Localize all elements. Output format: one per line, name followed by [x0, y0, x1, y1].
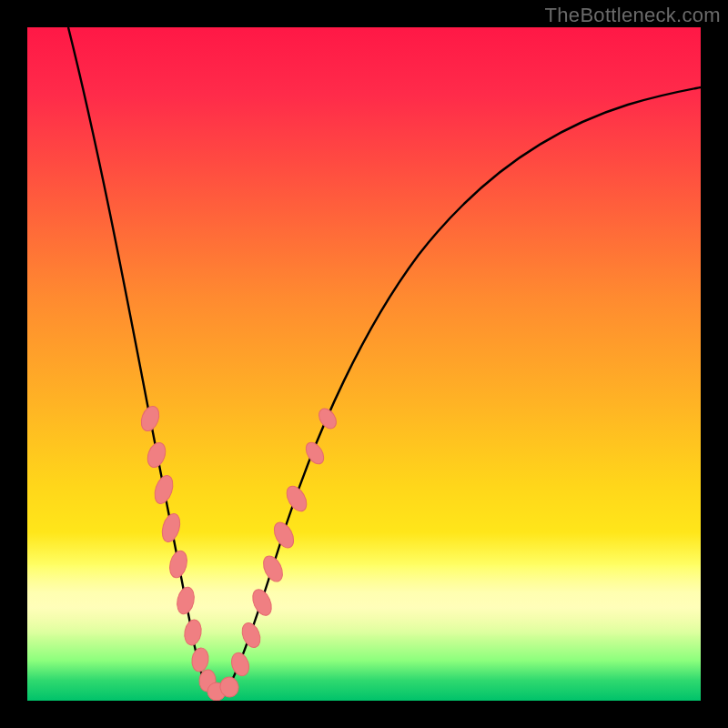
svg-point-16: [283, 483, 311, 515]
svg-point-1: [145, 440, 168, 470]
svg-point-7: [190, 647, 209, 672]
svg-point-0: [138, 404, 162, 433]
watermark-text: TheBottleneck.com: [545, 4, 721, 27]
svg-point-5: [175, 585, 197, 615]
svg-point-18: [316, 406, 340, 432]
svg-point-4: [167, 549, 190, 579]
svg-point-13: [249, 587, 276, 619]
outer-frame: TheBottleneck.com: [0, 0, 728, 728]
svg-point-12: [238, 621, 263, 651]
plot-area: [27, 27, 701, 701]
bottleneck-curve: [27, 27, 701, 701]
svg-point-3: [159, 511, 183, 544]
svg-point-15: [270, 520, 298, 551]
curve-path: [68, 27, 701, 696]
svg-point-6: [183, 619, 204, 647]
svg-point-17: [302, 440, 327, 468]
svg-point-14: [259, 553, 286, 585]
svg-point-2: [151, 473, 176, 506]
svg-point-11: [228, 651, 251, 678]
marker-group: [138, 404, 340, 701]
